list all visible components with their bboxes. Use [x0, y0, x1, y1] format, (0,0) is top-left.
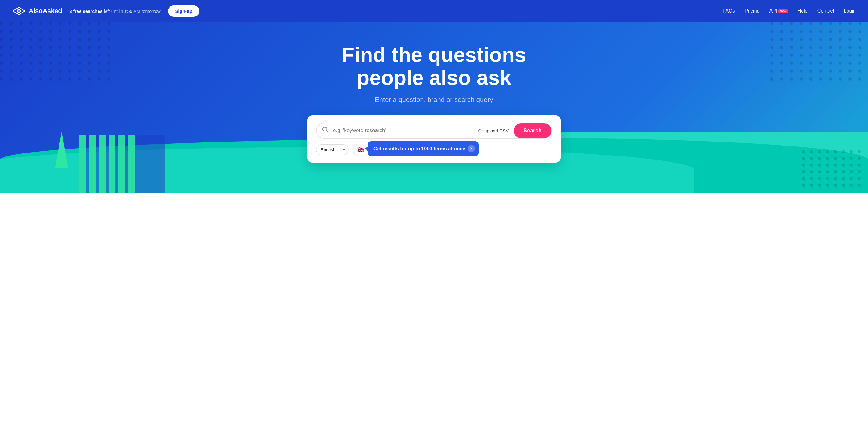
nav-promo: 3 free searches left until 10:59 AM tomo…: [69, 8, 160, 14]
stripe-3: [99, 135, 105, 193]
api-link[interactable]: APINew: [769, 8, 787, 14]
search-input[interactable]: [333, 123, 468, 138]
deco-green-triangle: [55, 132, 68, 169]
stripe-2: [89, 135, 96, 193]
upload-csv-link[interactable]: upload CSV: [484, 128, 509, 133]
tooltip-close-button[interactable]: ✕: [468, 145, 475, 152]
hero-subtitle: Enter a question, brand or search query: [375, 96, 493, 104]
language-select-wrap: English French German Spanish ▾: [316, 144, 349, 155]
deco-stripes: [79, 135, 165, 193]
navbar: AlsoAsked 3 free searches left until 10:…: [0, 0, 868, 22]
stripe-6: [128, 135, 135, 193]
search-button[interactable]: Search: [514, 123, 551, 138]
login-link[interactable]: Login: [844, 8, 856, 14]
deco-right-dots: document.write(Array(48).fill('<div clas…: [802, 150, 862, 187]
stripe-5: [118, 135, 125, 193]
promo-bold: 3 free searches: [69, 8, 102, 14]
uk-flag-icon: 🇬🇧: [358, 146, 364, 153]
search-row: Or upload CSV Search: [316, 123, 552, 139]
help-link[interactable]: Help: [798, 8, 808, 14]
faqs-link[interactable]: FAQs: [723, 8, 735, 14]
logo-text: AlsoAsked: [29, 7, 62, 15]
logo-link[interactable]: AlsoAsked: [12, 7, 62, 15]
options-row: English French German Spanish ▾ 🇬🇧 Unite…: [316, 144, 552, 156]
dots-top-right: document.write(Array(96).fill('<div clas…: [770, 22, 868, 120]
nav-right: FAQs Pricing APINew Help Contact Login: [723, 8, 856, 14]
csv-tooltip: Get results for up to 1000 terms at once…: [368, 141, 478, 156]
hero-title: Find the questions people also ask: [342, 43, 526, 89]
svg-point-2: [18, 10, 20, 11]
upload-csv-wrap: Or upload CSV: [478, 128, 511, 133]
search-box: Or upload CSV Search English French Germ…: [307, 115, 561, 162]
upload-or-text: Or: [478, 128, 483, 133]
pricing-link[interactable]: Pricing: [745, 8, 760, 14]
search-icon-wrap: [317, 126, 333, 135]
nav-left: AlsoAsked 3 free searches left until 10:…: [12, 5, 723, 17]
dots-top-left: document.write(Array(96).fill('<div clas…: [0, 22, 98, 120]
language-select[interactable]: English French German Spanish: [316, 144, 349, 155]
hero-section: document.write(Array(96).fill('<div clas…: [0, 22, 868, 193]
signup-button[interactable]: Sign-up: [168, 5, 200, 17]
stripe-4: [108, 135, 115, 193]
promo-rest: left until 10:59 AM tomorrow: [102, 8, 160, 14]
svg-line-4: [327, 131, 329, 133]
hero-content: Find the questions people also ask Enter…: [297, 43, 571, 162]
api-new-badge: New: [778, 9, 788, 13]
contact-link[interactable]: Contact: [817, 8, 834, 14]
search-icon: [322, 126, 329, 135]
stripe-1: [79, 135, 86, 193]
logo-icon: [12, 7, 26, 15]
tooltip-text: Get results for up to 1000 terms at once: [373, 146, 465, 151]
search-divider: [473, 126, 473, 136]
